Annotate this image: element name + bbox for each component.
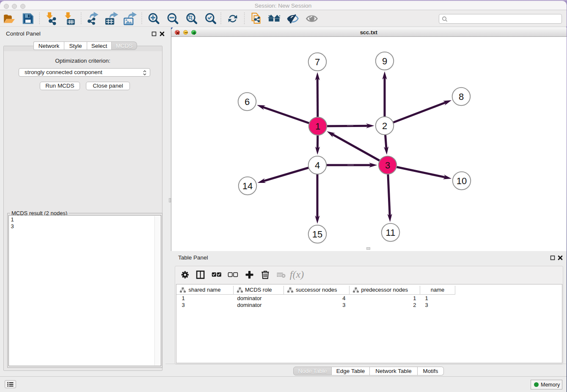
- svg-text:15: 15: [312, 229, 322, 240]
- svg-text:11: 11: [386, 227, 396, 238]
- svg-text:6: 6: [245, 97, 250, 107]
- svg-text:4: 4: [315, 160, 320, 171]
- svg-text:14: 14: [242, 181, 253, 191]
- svg-text:f(x): f(x): [289, 269, 303, 280]
- svg-text:1: 1: [315, 121, 320, 132]
- svg-text:8: 8: [459, 91, 464, 102]
- svg-text:9: 9: [382, 56, 387, 66]
- svg-text:2: 2: [382, 121, 387, 131]
- svg-text:10: 10: [457, 176, 467, 186]
- svg-text:7: 7: [315, 57, 320, 67]
- svg-text:3: 3: [385, 160, 390, 171]
